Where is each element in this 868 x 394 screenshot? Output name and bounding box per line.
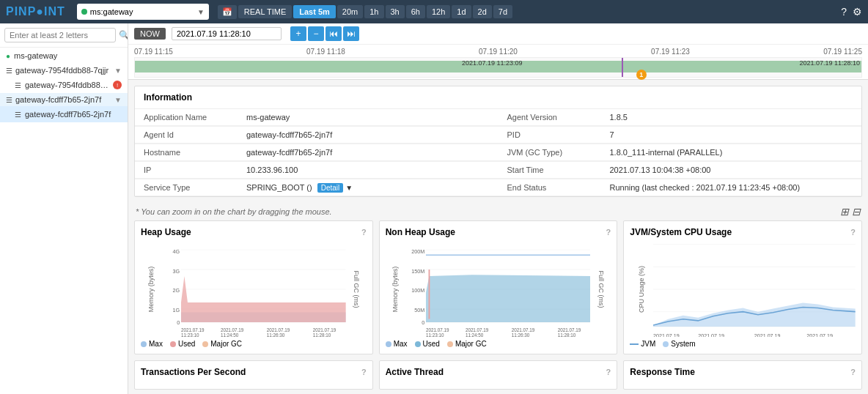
- info-row-service: Service Type SPRING_BOOT () Detail ▼: [135, 179, 499, 196]
- heap-max-dot: [141, 341, 147, 347]
- sidebar-group-1-label: gateway-7954fddb88-7qjjr: [15, 66, 111, 75]
- sidebar-agent-1[interactable]: ☰ gateway-7954fddb88-7qjjr !: [0, 77, 128, 93]
- 6h-button[interactable]: 6h: [406, 5, 425, 18]
- 1h-button[interactable]: 1h: [364, 5, 383, 18]
- 1d-button[interactable]: 1d: [452, 5, 471, 18]
- agent-dropdown-arrow[interactable]: ▼: [197, 8, 205, 16]
- ip-value: 10.233.96.100: [238, 162, 499, 179]
- cpu-y-label: CPU Usage (%): [638, 266, 645, 313]
- settings-button[interactable]: ⚙: [853, 6, 862, 18]
- svg-marker-61: [653, 302, 856, 327]
- list-view-button[interactable]: ⊟: [852, 206, 861, 218]
- start-time-label: Start Time: [499, 162, 601, 179]
- active-thread-panel: Active Thread ?: [379, 360, 618, 390]
- search-input[interactable]: [4, 28, 116, 42]
- non-heap-max-legend: Max: [386, 340, 408, 348]
- non-heap-gc-legend: Major GC: [447, 340, 487, 348]
- sidebar-item-ms-gateway[interactable]: ● ms-gateway: [0, 48, 128, 64]
- svg-text:2021.07.19: 2021.07.19: [807, 333, 834, 337]
- header-right: ? ⚙: [841, 6, 862, 18]
- svg-text:4G: 4G: [173, 248, 180, 255]
- non-heap-gc-dot: [447, 341, 453, 347]
- active-thread-help-icon[interactable]: ?: [606, 368, 611, 376]
- sidebar-agent-2-label: gateway-fcdff7b65-2jn7f: [25, 110, 122, 119]
- pid-value: 7: [601, 127, 862, 144]
- detail-dropdown-arrow[interactable]: ▼: [345, 184, 353, 192]
- timeline-gold-marker: 1: [636, 70, 647, 80]
- jvm-label: JVM (GC Type): [499, 144, 601, 161]
- hostname-value: gateway-fcdff7b65-2jn7f: [238, 144, 499, 161]
- sidebar-agent-2[interactable]: ☰ gateway-fcdff7b65-2jn7f: [0, 106, 128, 122]
- svg-text:11:24:50: 11:24:50: [221, 332, 239, 337]
- agent-icon-2: ☰: [15, 111, 21, 119]
- tps-label: Transactions Per Second: [141, 367, 246, 377]
- heap-chart-area: Memory (bytes) 4G: [141, 242, 367, 337]
- zoom-in-button[interactable]: +: [290, 26, 306, 41]
- cpu-svg: 100% 75% 50% 25% 0% 2021.07.19 11:23: [653, 242, 856, 337]
- jvm-value: 1.8.0_111-internal (PARALLEL): [601, 144, 862, 161]
- info-row-hostname: Hostname gateway-fcdff7b65-2jn7f: [135, 144, 499, 162]
- non-heap-usage-chart: Non Heap Usage ? Memory (bytes): [379, 220, 618, 354]
- agent-status-dot: [81, 9, 87, 15]
- svg-text:11:23:10: 11:23:10: [426, 332, 444, 337]
- next-far-button[interactable]: ⏭: [343, 26, 359, 41]
- group-1-chevron[interactable]: ▼: [114, 67, 122, 75]
- tps-help-icon[interactable]: ?: [361, 368, 367, 376]
- heap-y-right: Full GC (ms): [346, 242, 367, 337]
- svg-text:11:24:50: 11:24:50: [466, 332, 484, 337]
- time-controls: 📅 REAL TIME Last 5m 20m 1h 3h 6h 12h 1d …: [218, 5, 512, 19]
- sidebar-group-2[interactable]: ☰ gateway-fcdff7b65-2jn7f ▼: [0, 93, 128, 106]
- app-icon: ●: [6, 52, 10, 60]
- timeline-purple-marker: [622, 58, 623, 77]
- heap-used-dot: [170, 341, 176, 347]
- calendar-button[interactable]: 📅: [218, 5, 237, 19]
- heap-max-legend: Max: [141, 340, 163, 348]
- response-time-help-icon[interactable]: ?: [850, 368, 856, 376]
- info-right: Agent Version 1.8.5 PID 7 JVM (GC Type) …: [499, 109, 862, 196]
- cpu-help-icon[interactable]: ?: [850, 228, 856, 237]
- 2d-button[interactable]: 2d: [473, 5, 492, 18]
- end-status-label: End Status: [499, 179, 601, 196]
- realtime-button[interactable]: REAL TIME: [238, 5, 292, 18]
- 7d-button[interactable]: 7d: [493, 5, 512, 18]
- help-button[interactable]: ?: [841, 6, 847, 18]
- detail-button[interactable]: Detail: [317, 183, 344, 193]
- info-row-pid: PID 7: [499, 127, 862, 144]
- search-icon[interactable]: 🔍: [119, 30, 128, 40]
- agent-selector[interactable]: ms:gateway ▼: [77, 4, 209, 20]
- agent-ver-value: 1.8.5: [601, 109, 862, 126]
- error-badge-1: !: [113, 81, 122, 89]
- svg-text:2021.07.19: 2021.07.19: [699, 333, 725, 337]
- agent-id-value: gateway-fcdff7b65-2jn7f: [238, 127, 499, 144]
- zoom-out-button[interactable]: −: [308, 26, 324, 41]
- bottom-panels-row: Transactions Per Second ? Active Thread …: [128, 360, 868, 393]
- group-2-chevron[interactable]: ▼: [114, 96, 122, 104]
- timeline-chart-area[interactable]: 2021.07.19 11:23:09 2021.07.19 11:28:10 …: [134, 57, 862, 78]
- 12h-button[interactable]: 12h: [427, 5, 450, 18]
- heap-help-icon[interactable]: ?: [361, 228, 367, 237]
- non-heap-chart-area: Memory (bytes) 200M 150M 1: [386, 242, 611, 337]
- svg-text:11:28:10: 11:28:10: [557, 332, 575, 337]
- timestamp-input[interactable]: [172, 27, 282, 40]
- svg-text:11:26:30: 11:26:30: [511, 332, 529, 337]
- timeline-controls: NOW + − ⏮ ⏭: [128, 23, 868, 45]
- app-name-value: ms-gateway: [238, 109, 499, 126]
- cpu-system-label: System: [671, 340, 695, 348]
- prev-far-button[interactable]: ⏮: [326, 26, 342, 41]
- response-time-label: Response Time: [630, 367, 694, 377]
- last5m-button[interactable]: Last 5m: [293, 5, 336, 18]
- non-heap-help-icon[interactable]: ?: [606, 228, 611, 237]
- info-row-start-time: Start Time 2021.07.13 10:04:38 +08:00: [499, 162, 862, 179]
- logo-accent: ●: [36, 5, 44, 18]
- 20m-button[interactable]: 20m: [337, 5, 363, 18]
- svg-text:50M: 50M: [414, 307, 424, 313]
- 3h-button[interactable]: 3h: [386, 5, 405, 18]
- info-row-ip: IP 10.233.96.100: [135, 162, 499, 179]
- non-heap-y-right-label: Full GC (ms): [597, 271, 604, 308]
- timeline-visualization: 07.19 11:15 07.19 11:18 07.19 11:20 07.1…: [128, 45, 868, 79]
- active-thread-title: Active Thread ?: [386, 367, 611, 377]
- sidebar-group-1[interactable]: ☰ gateway-7954fddb88-7qjjr ▼: [0, 64, 128, 77]
- non-heap-used-legend: Used: [415, 340, 440, 348]
- grid-view-button[interactable]: ⊞: [840, 206, 849, 218]
- now-button[interactable]: NOW: [134, 28, 166, 40]
